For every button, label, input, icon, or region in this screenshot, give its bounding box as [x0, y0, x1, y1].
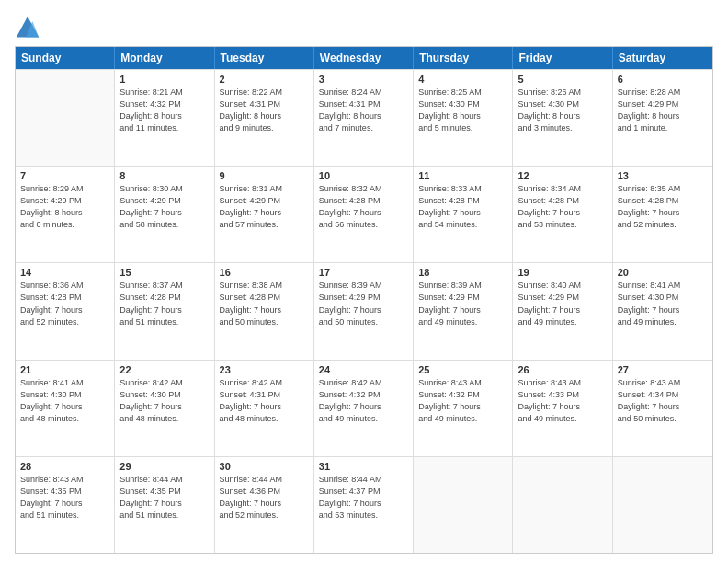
- day-number: 13: [618, 170, 708, 181]
- day-content: Sunrise: 8:44 AM Sunset: 4:37 PM Dayligh…: [319, 474, 408, 522]
- day-content: Sunrise: 8:25 AM Sunset: 4:30 PM Dayligh…: [418, 86, 507, 134]
- day-number: 11: [418, 170, 507, 181]
- day-content: Sunrise: 8:35 AM Sunset: 4:28 PM Dayligh…: [618, 183, 708, 231]
- calendar-cell: 4Sunrise: 8:25 AM Sunset: 4:30 PM Daylig…: [414, 70, 513, 166]
- day-number: 31: [319, 461, 408, 472]
- calendar-cell: 9Sunrise: 8:31 AM Sunset: 4:29 PM Daylig…: [215, 167, 314, 262]
- calendar-cell: 19Sunrise: 8:40 AM Sunset: 4:29 PM Dayli…: [513, 263, 612, 359]
- header-day-saturday: Saturday: [613, 47, 712, 69]
- calendar-header: SundayMondayTuesdayWednesdayThursdayFrid…: [16, 47, 712, 69]
- day-number: 1: [119, 74, 209, 85]
- calendar-cell: 6Sunrise: 8:28 AM Sunset: 4:29 PM Daylig…: [613, 70, 712, 166]
- day-number: 14: [20, 267, 109, 278]
- day-content: Sunrise: 8:29 AM Sunset: 4:29 PM Dayligh…: [20, 183, 109, 231]
- day-number: 3: [319, 74, 408, 85]
- calendar-cell: [613, 457, 712, 553]
- day-number: 18: [418, 267, 507, 278]
- calendar-cell: 11Sunrise: 8:33 AM Sunset: 4:28 PM Dayli…: [414, 167, 513, 262]
- day-content: Sunrise: 8:32 AM Sunset: 4:28 PM Dayligh…: [319, 183, 408, 231]
- calendar-cell: 20Sunrise: 8:41 AM Sunset: 4:30 PM Dayli…: [613, 263, 712, 359]
- day-number: 27: [618, 364, 708, 375]
- day-number: 17: [319, 267, 408, 278]
- day-content: Sunrise: 8:42 AM Sunset: 4:32 PM Dayligh…: [319, 377, 408, 425]
- calendar-cell: 22Sunrise: 8:42 AM Sunset: 4:30 PM Dayli…: [115, 361, 214, 456]
- calendar-cell: [16, 70, 115, 166]
- day-number: 6: [618, 74, 708, 85]
- day-content: Sunrise: 8:24 AM Sunset: 4:31 PM Dayligh…: [319, 86, 408, 134]
- day-content: Sunrise: 8:44 AM Sunset: 4:36 PM Dayligh…: [220, 474, 309, 522]
- header-day-thursday: Thursday: [414, 47, 513, 69]
- day-content: Sunrise: 8:39 AM Sunset: 4:29 PM Dayligh…: [418, 280, 507, 327]
- day-content: Sunrise: 8:28 AM Sunset: 4:29 PM Dayligh…: [618, 86, 708, 134]
- calendar-cell: 28Sunrise: 8:43 AM Sunset: 4:35 PM Dayli…: [16, 457, 115, 553]
- day-number: 2: [220, 74, 309, 85]
- calendar-cell: 7Sunrise: 8:29 AM Sunset: 4:29 PM Daylig…: [16, 167, 115, 262]
- header: [15, 11, 713, 40]
- calendar-cell: 29Sunrise: 8:44 AM Sunset: 4:35 PM Dayli…: [115, 457, 214, 553]
- calendar-week-4: 21Sunrise: 8:41 AM Sunset: 4:30 PM Dayli…: [16, 360, 712, 456]
- day-content: Sunrise: 8:42 AM Sunset: 4:31 PM Dayligh…: [220, 377, 309, 425]
- calendar-cell: [513, 457, 612, 553]
- day-number: 21: [20, 364, 109, 375]
- day-number: 24: [319, 364, 408, 375]
- calendar-cell: 25Sunrise: 8:43 AM Sunset: 4:32 PM Dayli…: [414, 361, 513, 456]
- day-number: 19: [518, 267, 607, 278]
- calendar-cell: 17Sunrise: 8:39 AM Sunset: 4:29 PM Dayli…: [314, 263, 414, 359]
- calendar-week-3: 14Sunrise: 8:36 AM Sunset: 4:28 PM Dayli…: [16, 262, 712, 359]
- day-number: 5: [518, 74, 607, 85]
- calendar-body: 1Sunrise: 8:21 AM Sunset: 4:32 PM Daylig…: [16, 69, 712, 553]
- day-number: 10: [319, 170, 408, 181]
- calendar-cell: 23Sunrise: 8:42 AM Sunset: 4:31 PM Dayli…: [215, 361, 314, 456]
- day-number: 26: [518, 364, 607, 375]
- day-number: 20: [618, 267, 708, 278]
- calendar-cell: 2Sunrise: 8:22 AM Sunset: 4:31 PM Daylig…: [215, 70, 314, 166]
- calendar-cell: 14Sunrise: 8:36 AM Sunset: 4:28 PM Dayli…: [16, 263, 115, 359]
- day-number: 4: [418, 74, 507, 85]
- day-number: 23: [220, 364, 309, 375]
- day-content: Sunrise: 8:21 AM Sunset: 4:32 PM Dayligh…: [119, 86, 209, 134]
- calendar-cell: 18Sunrise: 8:39 AM Sunset: 4:29 PM Dayli…: [414, 263, 513, 359]
- calendar-cell: 24Sunrise: 8:42 AM Sunset: 4:32 PM Dayli…: [314, 361, 414, 456]
- calendar-cell: 10Sunrise: 8:32 AM Sunset: 4:28 PM Dayli…: [314, 167, 414, 262]
- day-number: 30: [220, 461, 309, 472]
- header-day-monday: Monday: [115, 47, 214, 69]
- day-number: 25: [418, 364, 507, 375]
- header-day-sunday: Sunday: [16, 47, 115, 69]
- day-content: Sunrise: 8:43 AM Sunset: 4:34 PM Dayligh…: [618, 377, 708, 425]
- header-day-friday: Friday: [513, 47, 612, 69]
- calendar-cell: 30Sunrise: 8:44 AM Sunset: 4:36 PM Dayli…: [215, 457, 314, 553]
- day-content: Sunrise: 8:43 AM Sunset: 4:33 PM Dayligh…: [518, 377, 607, 425]
- day-content: Sunrise: 8:42 AM Sunset: 4:30 PM Dayligh…: [119, 377, 209, 425]
- calendar-week-5: 28Sunrise: 8:43 AM Sunset: 4:35 PM Dayli…: [16, 456, 712, 553]
- day-number: 8: [119, 170, 209, 181]
- day-content: Sunrise: 8:41 AM Sunset: 4:30 PM Dayligh…: [618, 280, 708, 327]
- day-content: Sunrise: 8:22 AM Sunset: 4:31 PM Dayligh…: [220, 86, 309, 134]
- calendar-cell: 8Sunrise: 8:30 AM Sunset: 4:29 PM Daylig…: [115, 167, 214, 262]
- calendar-cell: 13Sunrise: 8:35 AM Sunset: 4:28 PM Dayli…: [613, 167, 712, 262]
- calendar-cell: 21Sunrise: 8:41 AM Sunset: 4:30 PM Dayli…: [16, 361, 115, 456]
- day-content: Sunrise: 8:41 AM Sunset: 4:30 PM Dayligh…: [20, 377, 109, 425]
- day-content: Sunrise: 8:34 AM Sunset: 4:28 PM Dayligh…: [518, 183, 607, 231]
- calendar: SundayMondayTuesdayWednesdayThursdayFrid…: [15, 46, 713, 554]
- day-number: 28: [20, 461, 109, 472]
- day-content: Sunrise: 8:36 AM Sunset: 4:28 PM Dayligh…: [20, 280, 109, 327]
- day-content: Sunrise: 8:30 AM Sunset: 4:29 PM Dayligh…: [119, 183, 209, 231]
- header-day-wednesday: Wednesday: [314, 47, 414, 69]
- page-container: SundayMondayTuesdayWednesdayThursdayFrid…: [0, 0, 728, 563]
- logo-icon: [15, 15, 40, 40]
- day-content: Sunrise: 8:40 AM Sunset: 4:29 PM Dayligh…: [518, 280, 607, 327]
- day-content: Sunrise: 8:38 AM Sunset: 4:28 PM Dayligh…: [220, 280, 309, 327]
- day-number: 15: [119, 267, 209, 278]
- header-day-tuesday: Tuesday: [215, 47, 314, 69]
- day-number: 7: [20, 170, 109, 181]
- day-content: Sunrise: 8:43 AM Sunset: 4:35 PM Dayligh…: [20, 474, 109, 522]
- calendar-cell: 16Sunrise: 8:38 AM Sunset: 4:28 PM Dayli…: [215, 263, 314, 359]
- calendar-cell: 31Sunrise: 8:44 AM Sunset: 4:37 PM Dayli…: [314, 457, 414, 553]
- day-number: 16: [220, 267, 309, 278]
- day-number: 29: [119, 461, 209, 472]
- day-content: Sunrise: 8:37 AM Sunset: 4:28 PM Dayligh…: [119, 280, 209, 327]
- day-number: 22: [119, 364, 209, 375]
- day-content: Sunrise: 8:33 AM Sunset: 4:28 PM Dayligh…: [418, 183, 507, 231]
- day-content: Sunrise: 8:44 AM Sunset: 4:35 PM Dayligh…: [119, 474, 209, 522]
- day-number: 12: [518, 170, 607, 181]
